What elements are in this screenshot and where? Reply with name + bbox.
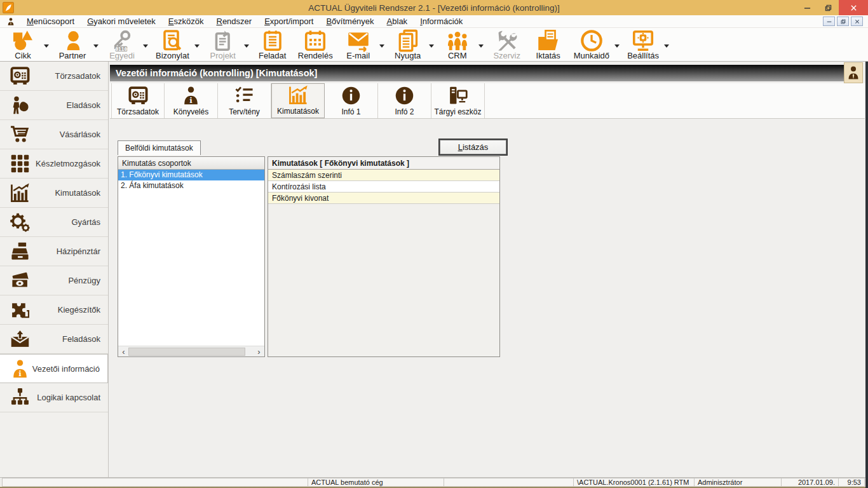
toolbar-button-body[interactable]: Feladat xyxy=(255,29,290,60)
mdi-close-button[interactable] xyxy=(851,17,863,26)
toolbar-button-label: Cikk xyxy=(15,51,31,60)
toolbar-button[interactable]: Projekt xyxy=(205,29,249,60)
mdi-window-controls xyxy=(823,17,864,26)
toolbar-button[interactable]: 0110 Egyedi xyxy=(104,29,148,60)
report-row[interactable]: Számlaszám szerinti xyxy=(268,170,499,181)
toolbar-button-icon xyxy=(537,29,560,52)
sidebar-item[interactable]: Logikai kapcsolat xyxy=(0,383,108,412)
menu-item[interactable]: Információk xyxy=(414,17,469,26)
toolbar-button[interactable]: Rendelés xyxy=(296,29,335,60)
module-tab-button[interactable]: Kimutatások xyxy=(271,83,325,118)
toolbar-button[interactable]: Beállítás xyxy=(625,29,669,60)
sidebar-item[interactable]: Feladások xyxy=(0,325,108,354)
toolbar-button-body[interactable]: 0110 Egyedi xyxy=(104,29,140,60)
status-cell: \ACTUAL.Kronos0001 (2.1.61) RTM xyxy=(574,478,695,487)
toolbar-button-body[interactable]: E-mail xyxy=(341,29,376,60)
status-cell: Adminisztrátor xyxy=(695,478,782,487)
scroll-right-arrow-icon[interactable]: › xyxy=(254,348,264,356)
sidebar-item-icon xyxy=(10,329,31,349)
toolbar-button-body[interactable]: Beállítás xyxy=(625,29,661,60)
dropdown-arrow-icon[interactable] xyxy=(93,44,98,48)
toolbar-button[interactable]: Bizonylat xyxy=(154,29,200,60)
menu-item[interactable]: Gyakori műveletek xyxy=(81,17,162,26)
minimize-button[interactable] xyxy=(797,0,818,15)
header-user-icon[interactable] xyxy=(844,62,863,83)
toolbar-button-body[interactable]: Szerviz xyxy=(489,29,525,60)
report-groups-panel: Kimutatás csoportok 1. Főkönyvi kimutatá… xyxy=(118,156,265,357)
sidebar-item[interactable]: Házipénztár xyxy=(0,237,108,266)
module-tab-button[interactable]: Terv/tény xyxy=(218,83,271,118)
module-tab-button[interactable]: Infó 2 xyxy=(378,83,431,118)
dropdown-arrow-icon[interactable] xyxy=(614,44,620,48)
sidebar-item[interactable]: Készletmozgások xyxy=(0,149,108,179)
dropdown-arrow-icon[interactable] xyxy=(244,44,249,48)
tab-belfoldi-kimutatasok[interactable]: Belföldi kimutatások xyxy=(118,140,201,155)
sidebar-item[interactable]: Kimutatások xyxy=(0,179,108,208)
toolbar-button-icon xyxy=(11,29,34,52)
menu-item[interactable]: Export/import xyxy=(258,17,320,26)
toolbar-button-body[interactable]: Cikk xyxy=(5,29,41,60)
module-tab-button[interactable]: i Könyvelés xyxy=(165,83,218,118)
status-cell: 9:53 xyxy=(839,478,865,487)
listazas-button[interactable]: Listázás xyxy=(440,140,506,154)
toolbar-button-label: Szerviz xyxy=(493,51,520,60)
sidebar-item-icon xyxy=(10,270,31,291)
sidebar-item[interactable]: i Vezetői információ xyxy=(0,354,108,383)
menu-item[interactable]: Rendszer xyxy=(210,17,258,26)
toolbar-button-body[interactable]: Rendelés xyxy=(296,29,335,60)
module-tab-button[interactable]: Törzsadatok xyxy=(111,83,165,118)
menu-item[interactable]: Eszközök xyxy=(162,17,210,26)
group-list-item[interactable]: 2. Áfa kimutatások xyxy=(118,180,264,191)
sidebar-item-icon: i xyxy=(10,358,31,379)
window-title: ACTUAL Ügyviteli Rendszer 2.1 - [Vezetői… xyxy=(76,3,792,13)
menu-item[interactable]: Menücsoport xyxy=(20,17,81,26)
sidebar-item[interactable]: Kiegészítők xyxy=(0,295,108,325)
dropdown-arrow-icon[interactable] xyxy=(379,44,384,48)
group-list-item[interactable]: 1. Főkönyvi kimutatások xyxy=(118,170,264,180)
module-tab-button[interactable]: Infó 1 xyxy=(325,83,378,118)
sidebar-item[interactable]: Eladások xyxy=(0,91,108,120)
scroll-left-arrow-icon[interactable]: ‹ xyxy=(119,348,128,356)
toolbar-button-body[interactable]: CRM xyxy=(440,29,475,60)
module-tab-icon xyxy=(394,85,415,106)
dropdown-arrow-icon[interactable] xyxy=(478,44,484,48)
horizontal-scrollbar[interactable]: ‹ › xyxy=(118,346,264,356)
menu-item[interactable]: Ablak xyxy=(381,17,414,26)
toolbar-button[interactable]: Feladat xyxy=(255,29,290,60)
dropdown-arrow-icon[interactable] xyxy=(194,44,200,48)
toolbar-button-label: Partner xyxy=(59,51,86,60)
toolbar-button-body[interactable]: Bizonylat xyxy=(154,29,191,60)
toolbar-button[interactable]: Iktatás xyxy=(531,29,566,60)
sidebar-item[interactable]: Vásárlások xyxy=(0,120,108,149)
toolbar-button[interactable]: Nyugta xyxy=(390,29,434,60)
toolbar-button[interactable]: E-mail xyxy=(341,29,384,60)
panels: Kimutatás csoportok 1. Főkönyvi kimutatá… xyxy=(118,156,500,357)
dropdown-arrow-icon[interactable] xyxy=(664,44,669,48)
mdi-minimize-button[interactable] xyxy=(823,17,835,26)
close-button[interactable] xyxy=(839,0,868,15)
sidebar-item[interactable]: Gyártás xyxy=(0,208,108,237)
sidebar-item[interactable]: Törzsadatok xyxy=(0,62,108,91)
dropdown-arrow-icon[interactable] xyxy=(143,44,148,48)
report-row[interactable]: Főkönyvi kivonat xyxy=(268,193,499,204)
dropdown-arrow-icon[interactable] xyxy=(44,44,49,48)
toolbar-button[interactable]: Munkaidő xyxy=(572,29,620,60)
toolbar-button-body[interactable]: Partner xyxy=(55,29,90,60)
toolbar-button[interactable]: Partner xyxy=(55,29,98,60)
dropdown-arrow-icon[interactable] xyxy=(429,44,434,48)
toolbar-button-body[interactable]: Munkaidő xyxy=(572,29,611,60)
mdi-restore-button[interactable] xyxy=(837,17,849,26)
report-row[interactable]: Kontírozási lista xyxy=(268,181,499,193)
toolbar-button-body[interactable]: Iktatás xyxy=(531,29,566,60)
scrollbar-thumb[interactable] xyxy=(128,348,245,356)
restore-button[interactable] xyxy=(818,0,839,15)
app-logo-icon xyxy=(3,2,14,13)
sidebar-item[interactable]: Pénzügy xyxy=(0,266,108,295)
toolbar-button-body[interactable]: Nyugta xyxy=(390,29,426,60)
menu-item[interactable]: Bővítmények xyxy=(320,17,380,26)
toolbar-button[interactable]: CRM xyxy=(440,29,484,60)
toolbar-button[interactable]: Cikk xyxy=(5,29,49,60)
module-tab-button[interactable]: Tárgyi eszköz xyxy=(431,83,485,118)
toolbar-button[interactable]: Szerviz xyxy=(489,29,525,60)
toolbar-button-body[interactable]: Projekt xyxy=(205,29,241,60)
